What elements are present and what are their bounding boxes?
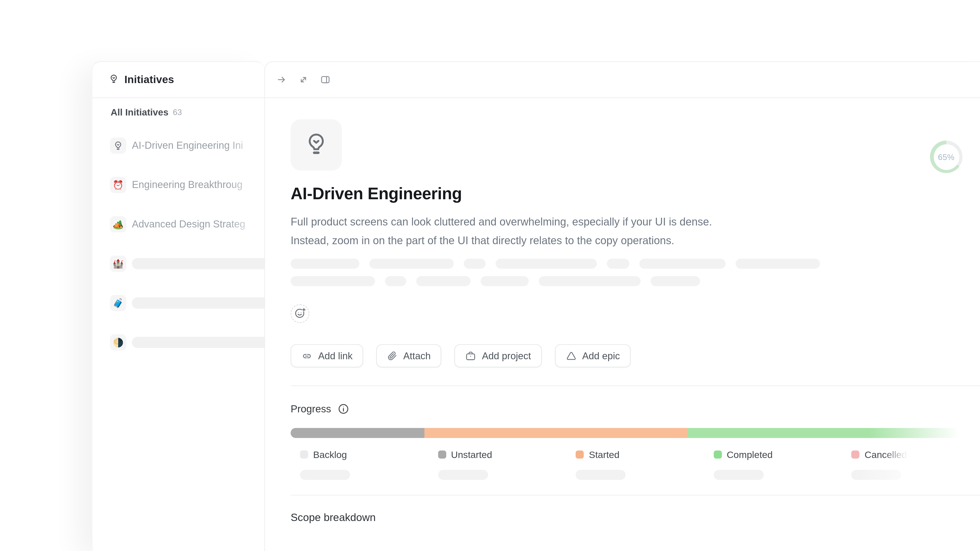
progress-header: Progress (291, 403, 980, 415)
loading-placeholder (464, 259, 485, 269)
started-swatch (576, 451, 584, 459)
loading-placeholder (496, 259, 597, 269)
detail-content: 65% AI-Driven Engineering Full product s… (265, 119, 980, 524)
attach-button[interactable]: Attach (376, 344, 441, 367)
list-item-label: Advanced Design Strateg (132, 218, 264, 230)
all-initiatives-count: 63 (173, 108, 182, 117)
legend-cancelled: Cancelled (842, 449, 980, 480)
loading-placeholder (480, 276, 529, 286)
loading-placeholder (438, 470, 488, 480)
button-label: Add link (318, 350, 353, 362)
section-divider (291, 386, 980, 386)
progress-label: Progress (291, 403, 331, 415)
sidebar-header: Initiatives (92, 62, 264, 98)
unstarted-swatch (438, 451, 446, 459)
paperclip-icon (387, 351, 398, 361)
loading-placeholder (416, 276, 471, 286)
castle-emoji: 🏰 (110, 255, 126, 272)
action-buttons: Add link Attach (291, 344, 980, 367)
all-initiatives-label: All Initiatives (111, 106, 169, 117)
initiative-icon-card[interactable] (291, 119, 342, 170)
add-link-button[interactable]: Add link (291, 344, 363, 367)
legend-started: Started (566, 449, 704, 480)
lightbulb-icon (109, 73, 119, 86)
progress-bar (291, 428, 980, 438)
list-item-label: Engineering Breakthroug (132, 179, 264, 190)
button-label: Attach (403, 350, 431, 362)
list-item-loading[interactable]: 🌗 (92, 322, 264, 362)
loading-placeholder (651, 276, 700, 286)
legend-completed: Completed (704, 449, 842, 480)
legend-label: Unstarted (451, 449, 492, 460)
legend-label: Cancelled (865, 449, 907, 460)
placeholder-row (291, 276, 980, 286)
page-title[interactable]: AI-Driven Engineering (291, 184, 980, 204)
completed-swatch (714, 451, 722, 459)
loading-placeholder (300, 470, 350, 480)
link-icon (301, 350, 312, 362)
sidebar-title: Initiatives (124, 73, 174, 86)
legend-unstarted: Unstarted (429, 449, 566, 480)
loading-placeholder (576, 470, 626, 480)
briefcase-icon (465, 350, 476, 362)
placeholder-row (291, 259, 980, 269)
lightbulb-icon (304, 131, 329, 159)
scope-breakdown-title: Scope breakdown (291, 512, 980, 524)
loading-placeholder (640, 259, 725, 269)
alarm-clock-emoji: ⏰ (110, 176, 126, 193)
initiative-description[interactable]: Full product screens can look cluttered … (291, 213, 980, 250)
add-project-button[interactable]: Add project (454, 344, 541, 367)
app-window: Initiatives All Initiatives 63 AI-Driven… (0, 0, 980, 551)
loading-placeholder (714, 470, 764, 480)
loading-placeholder (132, 337, 264, 348)
initiatives-sidebar: Initiatives All Initiatives 63 AI-Driven… (92, 61, 264, 551)
list-item-loading[interactable]: 🏰 (92, 244, 264, 283)
list-item-loading[interactable]: 🧳 (92, 283, 264, 322)
arrow-right-icon[interactable] (276, 74, 287, 85)
list-item-ai-driven-engineering[interactable]: AI-Driven Engineering Ini (92, 125, 264, 165)
all-initiatives-filter[interactable]: All Initiatives 63 (92, 98, 264, 125)
loading-placeholder (851, 470, 902, 480)
last-quarter-moon-emoji: 🌗 (110, 334, 126, 350)
legend-label: Backlog (313, 449, 347, 460)
luggage-emoji: 🧳 (110, 295, 126, 311)
loading-placeholder (736, 259, 820, 269)
loading-placeholder (385, 276, 406, 286)
loading-placeholder (132, 258, 264, 269)
list-item-engineering-breakthrough[interactable]: ⏰ Engineering Breakthroug (92, 165, 264, 204)
loading-placeholder (291, 276, 375, 286)
loading-placeholder (132, 297, 264, 308)
progress-legend: Backlog Unstarted Started (291, 449, 980, 480)
cancelled-swatch (851, 451, 860, 459)
completion-percent: 65% (934, 144, 959, 170)
description-loading-placeholders (291, 259, 980, 286)
button-label: Add epic (582, 350, 620, 362)
description-line: Full product screens can look cluttered … (291, 213, 980, 231)
info-icon[interactable] (338, 403, 348, 414)
list-item-advanced-design-strategy[interactable]: 🏕️ Advanced Design Strateg (92, 204, 264, 244)
backlog-swatch (300, 451, 308, 459)
section-divider (291, 495, 980, 495)
loading-placeholder (607, 259, 630, 269)
add-reaction-icon (294, 307, 306, 321)
completion-ring: 65% (930, 141, 963, 173)
add-epic-button[interactable]: Add epic (555, 344, 630, 367)
expand-diagonal-icon[interactable] (298, 74, 309, 85)
triangle-icon (565, 350, 576, 362)
lightbulb-icon (110, 137, 126, 153)
legend-backlog: Backlog (291, 449, 428, 480)
legend-label: Started (589, 449, 619, 460)
loading-placeholder (369, 259, 454, 269)
description-line: Instead, zoom in on the part of the UI t… (291, 231, 980, 250)
add-reaction-button[interactable] (291, 304, 309, 323)
initiative-detail-panel: 65% AI-Driven Engineering Full product s… (264, 61, 980, 551)
list-item-label: AI-Driven Engineering Ini (132, 140, 264, 151)
detail-toolbar (265, 62, 980, 98)
loading-placeholder (291, 259, 360, 269)
initiative-list: AI-Driven Engineering Ini ⏰ Engineering … (92, 125, 264, 362)
side-panel-icon[interactable] (320, 74, 331, 85)
camping-emoji: 🏕️ (110, 216, 126, 232)
button-label: Add project (482, 350, 531, 362)
legend-label: Completed (727, 449, 773, 460)
loading-placeholder (539, 276, 641, 286)
